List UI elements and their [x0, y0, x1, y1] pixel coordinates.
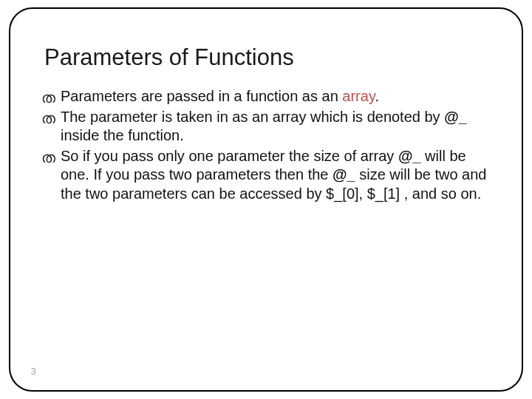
- bullet-item: ത Parameters are passed in a function as…: [41, 87, 491, 106]
- bullet-text: .: [375, 88, 379, 104]
- slide-frame: Parameters of Functions ത Parameters are…: [9, 7, 523, 392]
- code-atsub: @_: [332, 166, 355, 183]
- bullet-text: The parameter is taken in as an array wh…: [61, 109, 444, 125]
- bullet-glyph-icon: ത: [41, 149, 55, 168]
- bullet-text: inside the function.: [61, 127, 184, 143]
- keyword-array: array: [342, 88, 375, 104]
- code-atsub: @_: [398, 148, 421, 164]
- bullet-glyph-icon: ത: [41, 109, 55, 129]
- bullet-item: ത The parameter is taken in as an array …: [41, 108, 491, 146]
- page-number: 3: [31, 366, 36, 377]
- bullet-glyph-icon: ത: [41, 89, 55, 108]
- bullet-text: Parameters are passed in a function as a…: [61, 88, 342, 104]
- code-atsub: @_: [444, 109, 467, 125]
- bullet-item: ത So if you pass only one parameter the …: [41, 147, 491, 204]
- bullet-list: ത Parameters are passed in a function as…: [41, 87, 491, 204]
- slide-title: Parameters of Functions: [44, 44, 491, 71]
- bullet-text: So if you pass only one parameter the si…: [61, 148, 398, 164]
